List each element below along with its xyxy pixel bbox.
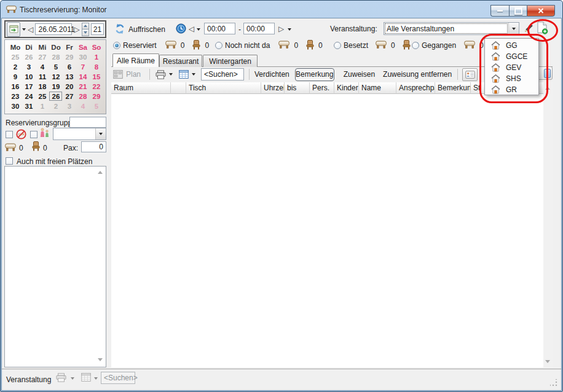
contact-card-button[interactable]: [462, 68, 478, 81]
calendar-day[interactable]: 2: [49, 101, 63, 111]
chevron-down-icon[interactable]: [95, 128, 106, 139]
tab-wintergarten[interactable]: Wintergarten: [203, 55, 258, 67]
bottom-grid-icon-slot[interactable]: [81, 372, 91, 382]
minimize-button[interactable]: [490, 5, 509, 17]
calendar-day[interactable]: 4: [36, 62, 49, 72]
column-header-tisch[interactable]: Tisch: [186, 82, 261, 94]
calendar-day[interactable]: 7: [76, 62, 90, 72]
calendar-day[interactable]: 29: [90, 92, 103, 101]
calendar-day[interactable]: 8: [90, 62, 103, 72]
calendar-day[interactable]: 3: [63, 101, 76, 111]
vertical-scrollbar[interactable]: [543, 82, 553, 367]
calendar-day[interactable]: 15: [90, 72, 103, 82]
calendar-day[interactable]: 11: [36, 72, 49, 82]
zuweisung-entfernen-button[interactable]: Zuweisung entfernen: [383, 70, 452, 79]
free-seats-checkbox[interactable]: [6, 157, 13, 165]
time-from-field[interactable]: 00:00: [204, 23, 235, 34]
print-icon-slot[interactable]: [156, 70, 166, 79]
refresh-icon[interactable]: [114, 23, 125, 34]
calendar-day[interactable]: 19: [49, 82, 63, 92]
date-dropdown-arrow-icon[interactable]: [22, 28, 26, 31]
bemerkung-button[interactable]: Bemerkung: [295, 68, 334, 81]
time-next-button[interactable]: ▷: [278, 25, 284, 33]
reservation-table-body[interactable]: [111, 94, 543, 367]
event-combobox[interactable]: Alle Veranstaltungen: [384, 22, 519, 35]
goto-date-button[interactable]: [7, 22, 20, 37]
calendar-day[interactable]: 30: [76, 52, 90, 62]
table-search-input[interactable]: <Suchen>: [201, 68, 244, 80]
calendar-day[interactable]: 9: [9, 72, 22, 82]
reservation-group-input[interactable]: [69, 117, 106, 128]
calendar-day[interactable]: 10: [22, 72, 36, 82]
time-to-dropdown-icon[interactable]: [288, 28, 291, 31]
calendar-day[interactable]: 28: [76, 92, 90, 101]
time-to-field[interactable]: 00:00: [243, 23, 275, 34]
column-header-blank[interactable]: [171, 82, 186, 94]
bottom-print-dropdown-icon[interactable]: [71, 377, 74, 380]
close-button[interactable]: [527, 5, 555, 17]
calendar-day[interactable]: 17: [22, 82, 36, 92]
scroll-up-icon[interactable]: [98, 171, 103, 174]
reservation-listbox[interactable]: [4, 166, 106, 367]
calendar-day[interactable]: 24: [22, 92, 36, 101]
pax-input[interactable]: 0: [81, 141, 106, 152]
prev-day-button[interactable]: ◁: [28, 26, 33, 33]
resize-grip[interactable]: [550, 379, 557, 386]
children-checkbox[interactable]: [30, 131, 37, 138]
calendar-day[interactable]: 1: [90, 52, 103, 62]
calendar-day[interactable]: 27: [63, 92, 76, 101]
calendar-day[interactable]: 29: [63, 52, 76, 62]
bottom-print-icon-slot[interactable]: [56, 373, 66, 382]
column-header-raum[interactable]: Raum: [111, 82, 171, 94]
time-from-dropdown-icon[interactable]: [197, 28, 200, 31]
column-header-pers[interactable]: Pers.: [310, 82, 334, 94]
time-prev-button[interactable]: ◁: [189, 25, 194, 33]
next-day-button[interactable]: ▷: [74, 26, 79, 33]
radio-noch-nicht-da[interactable]: [215, 42, 222, 49]
calendar-day[interactable]: 3: [22, 62, 36, 72]
scroll-down-icon[interactable]: [545, 360, 550, 363]
calendar-day[interactable]: 25: [36, 92, 49, 101]
calendar-day[interactable]: 20: [63, 82, 76, 92]
group-combobox[interactable]: [53, 128, 106, 140]
zuweisen-button[interactable]: Zuweisen: [344, 70, 375, 79]
calendar-day[interactable]: 12: [49, 72, 63, 82]
calendar-day[interactable]: 14: [76, 72, 90, 82]
calendar-day[interactable]: 5: [90, 101, 103, 111]
calendar-day[interactable]: 26: [22, 52, 36, 62]
plan-button[interactable]: Plan: [126, 70, 141, 79]
calendar-day[interactable]: 28: [49, 52, 63, 62]
verdichten-button[interactable]: Verdichten: [254, 70, 289, 79]
column-header-kinder[interactable]: Kinder: [334, 82, 359, 94]
calendar-day[interactable]: 16: [9, 82, 22, 92]
date-spinner[interactable]: [82, 23, 89, 36]
radio-reserviert[interactable]: [113, 42, 120, 49]
calendar-day[interactable]: 5: [49, 62, 63, 72]
radio-besetzt[interactable]: [334, 42, 341, 49]
radio-gegangen[interactable]: [412, 42, 419, 49]
grid-dropdown-icon[interactable]: [192, 73, 195, 76]
column-header-uhrzeit[interactable]: Uhrzeit: [261, 82, 285, 94]
column-header-name[interactable]: Name: [359, 82, 396, 94]
nonsmoking-checkbox[interactable]: [6, 131, 13, 138]
date-field[interactable]: 26.05.2011: [35, 23, 72, 35]
calendar-day[interactable]: 22: [90, 82, 103, 92]
tab-alle-raeume[interactable]: Alle Räume: [112, 53, 159, 67]
calendar-day[interactable]: 2: [9, 62, 22, 72]
maximize-button[interactable]: [509, 5, 527, 17]
calendar-day[interactable]: 4: [76, 101, 90, 111]
view-grid-icon-slot[interactable]: [179, 69, 189, 79]
calendar-day[interactable]: 6: [63, 62, 76, 72]
calendar-day[interactable]: 31: [22, 101, 36, 111]
column-header-ansprechpartner[interactable]: Ansprechpart: [396, 82, 435, 94]
bottom-grid-dropdown-icon[interactable]: [94, 377, 98, 380]
calendar-day[interactable]: 1: [36, 101, 49, 111]
calendar-day[interactable]: 27: [36, 52, 49, 62]
calendar-day[interactable]: 13: [63, 72, 76, 82]
spinner-down-button[interactable]: [82, 29, 89, 36]
chevron-down-icon[interactable]: [508, 23, 519, 34]
bottom-search-input[interactable]: <Suchen>: [101, 372, 135, 384]
print-dropdown-icon[interactable]: [169, 73, 173, 76]
spinner-up-button[interactable]: [82, 23, 89, 30]
tab-restaurant[interactable]: Restaurant: [159, 55, 202, 67]
